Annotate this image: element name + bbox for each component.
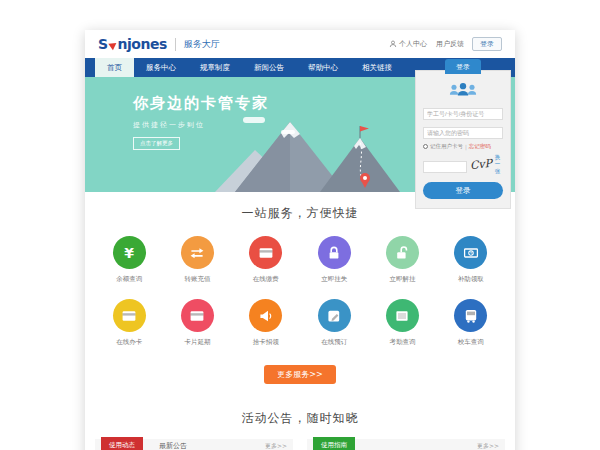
announcements-section: 活动公告，随时知晓 使用动态 最新公告 更多>> 使用指南 更多>> bbox=[85, 400, 515, 450]
login-panel: 登录 记住用户卡号 | 忘记密码 CvP 换一张 登录 bbox=[415, 70, 511, 209]
bus-icon bbox=[454, 299, 487, 332]
news-more-link[interactable]: 更多>> bbox=[265, 442, 287, 450]
service-item-0[interactable]: ¥余额查询 bbox=[95, 236, 163, 284]
unlock-icon bbox=[386, 236, 419, 269]
service-label: 转账充值 bbox=[163, 275, 231, 284]
nav-item-2[interactable]: 规章制度 bbox=[188, 58, 242, 77]
news-ribbon[interactable]: 使用动态 bbox=[101, 437, 143, 450]
service-label: 考勤查询 bbox=[368, 338, 436, 347]
service-label: 卡片延期 bbox=[163, 338, 231, 347]
nav-item-1[interactable]: 服务中心 bbox=[134, 58, 188, 77]
service-item-8[interactable]: 拾卡招领 bbox=[232, 299, 300, 347]
guide-ribbon[interactable]: 使用指南 bbox=[313, 437, 355, 450]
service-item-11[interactable]: 校车查询 bbox=[437, 299, 505, 347]
list-icon bbox=[386, 299, 419, 332]
hero-title: 你身边的卡管专家 bbox=[133, 94, 269, 113]
service-item-7[interactable]: 卡片延期 bbox=[163, 299, 231, 347]
service-label: 校车查询 bbox=[437, 338, 505, 347]
card-icon bbox=[113, 299, 146, 332]
login-submit-button[interactable]: 登录 bbox=[423, 182, 503, 199]
person-icon bbox=[389, 40, 397, 48]
guide-more-link[interactable]: 更多>> bbox=[477, 442, 499, 450]
guide-panel-header: 使用指南 更多>> bbox=[307, 439, 505, 450]
service-label: 在线缴费 bbox=[232, 275, 300, 284]
header-login-button[interactable]: 登录 bbox=[472, 37, 502, 51]
services-grid: ¥余额查询转账充值在线缴费立即挂失立即解挂¥补助领取在线办卡卡片延期拾卡招领在线… bbox=[85, 222, 515, 347]
service-item-6[interactable]: 在线办卡 bbox=[95, 299, 163, 347]
nav-item-5[interactable]: 相关链接 bbox=[350, 58, 404, 77]
card-icon bbox=[249, 236, 282, 269]
topbar-links: 个人中心用户反馈 bbox=[389, 39, 464, 49]
logo-text-suffix: njones bbox=[118, 36, 167, 52]
nav-item-0[interactable]: 首页 bbox=[95, 58, 134, 77]
service-label: 余额查询 bbox=[95, 275, 163, 284]
service-item-10[interactable]: 考勤查询 bbox=[368, 299, 436, 347]
header: S njones 服务大厅 个人中心用户反馈 登录 bbox=[85, 30, 515, 58]
cloud-icon bbox=[243, 117, 265, 123]
latest-announcements-tab[interactable]: 最新公告 bbox=[159, 441, 187, 450]
banknote-icon: ¥ bbox=[454, 236, 487, 269]
news-panel: 使用动态 最新公告 更多>> bbox=[95, 439, 293, 450]
flag-icon bbox=[360, 126, 369, 132]
password-input[interactable] bbox=[423, 127, 503, 139]
service-item-1[interactable]: 转账充值 bbox=[163, 236, 231, 284]
username-input[interactable] bbox=[423, 108, 503, 120]
cloud-icon bbox=[281, 130, 295, 134]
service-label: 立即解挂 bbox=[368, 275, 436, 284]
service-item-4[interactable]: 立即解挂 bbox=[368, 236, 436, 284]
transfer-icon bbox=[181, 236, 214, 269]
nav-item-4[interactable]: 帮助中心 bbox=[296, 58, 350, 77]
service-label: 补助领取 bbox=[437, 275, 505, 284]
login-tab[interactable]: 登录 bbox=[445, 59, 481, 74]
more-services-button[interactable]: 更多服务>> bbox=[264, 365, 335, 384]
users-icon bbox=[448, 81, 478, 98]
captcha-input[interactable] bbox=[423, 161, 467, 173]
card-icon bbox=[181, 299, 214, 332]
announcements-title: 活动公告，随时知晓 bbox=[85, 410, 515, 427]
edit-icon bbox=[318, 299, 351, 332]
service-item-5[interactable]: ¥补助领取 bbox=[437, 236, 505, 284]
remember-label: 记住用户卡号 bbox=[430, 143, 463, 150]
site-tagline: 服务大厅 bbox=[175, 38, 220, 51]
news-panel-header: 使用动态 最新公告 更多>> bbox=[95, 439, 293, 450]
forgot-password-link[interactable]: 忘记密码 bbox=[469, 143, 491, 150]
topbar-link-0[interactable]: 个人中心 bbox=[389, 39, 427, 49]
captcha-image: CvP bbox=[469, 158, 492, 171]
yen-icon: ¥ bbox=[113, 236, 146, 269]
brand-logo[interactable]: S njones bbox=[98, 36, 167, 52]
service-item-3[interactable]: 立即挂失 bbox=[300, 236, 368, 284]
captcha-refresh-link[interactable]: 换一张 bbox=[495, 154, 503, 175]
service-label: 拾卡招领 bbox=[232, 338, 300, 347]
topbar-link-1[interactable]: 用户反馈 bbox=[436, 39, 464, 49]
service-item-9[interactable]: 在线预订 bbox=[300, 299, 368, 347]
megaphone-icon bbox=[249, 299, 282, 332]
page: S njones 服务大厅 个人中心用户反馈 登录 首页服务中心规章制度新闻公告… bbox=[85, 30, 515, 450]
service-label: 在线办卡 bbox=[95, 338, 163, 347]
hero-cta-button[interactable]: 点击了解更多 bbox=[133, 137, 180, 150]
service-label: 在线预订 bbox=[300, 338, 368, 347]
mountains-illustration bbox=[215, 112, 400, 192]
service-label: 立即挂失 bbox=[300, 275, 368, 284]
nav-item-3[interactable]: 新闻公告 bbox=[242, 58, 296, 77]
lock-icon bbox=[318, 236, 351, 269]
remember-checkbox[interactable] bbox=[423, 144, 428, 149]
service-item-2[interactable]: 在线缴费 bbox=[232, 236, 300, 284]
logo-text-prefix: S bbox=[98, 36, 108, 52]
separator: | bbox=[465, 144, 467, 150]
services-section: 一站服务，方便快捷 ¥余额查询转账充值在线缴费立即挂失立即解挂¥补助领取在线办卡… bbox=[85, 192, 515, 400]
guide-panel: 使用指南 更多>> bbox=[307, 439, 505, 450]
